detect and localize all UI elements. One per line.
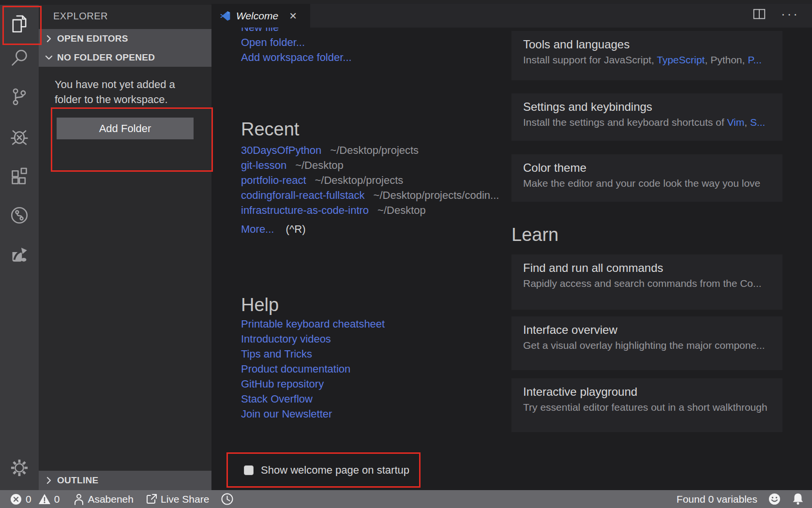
- help-link-newsletter[interactable]: Join our Newsletter: [241, 408, 332, 420]
- recent-item: codingforall-react-fullstack~/Desktop/pr…: [241, 188, 499, 203]
- more-actions-icon[interactable]: ···: [781, 9, 799, 19]
- open-folder-link[interactable]: Open folder...: [241, 36, 305, 48]
- activity-bar: [0, 5, 39, 490]
- chevron-right-icon: [44, 476, 54, 485]
- source-control-icon[interactable]: [9, 87, 30, 107]
- tab-bar-top-strip: [211, 0, 812, 4]
- add-workspace-folder-link[interactable]: Add workspace folder...: [241, 51, 352, 63]
- split-editor-icon[interactable]: [752, 7, 767, 21]
- section-no-folder-opened[interactable]: NO FOLDER OPENED: [39, 48, 211, 67]
- error-count: 0: [26, 493, 31, 505]
- extensions-icon[interactable]: [9, 166, 30, 187]
- tab-bar: Welcome ✕ ···: [211, 0, 812, 28]
- php-link[interactable]: P...: [748, 54, 762, 65]
- section-label: OUTLINE: [57, 475, 99, 486]
- share-arrow-icon[interactable]: [9, 244, 30, 264]
- search-icon[interactable]: [9, 48, 30, 68]
- start-links: New file Open folder... Add workspace fo…: [241, 28, 352, 65]
- tab-title: Welcome: [236, 10, 278, 22]
- status-bar-left: 0 0 Asabeneh Live Share: [10, 493, 245, 506]
- card-find-run-commands[interactable]: Find and run all commands Rapidly access…: [511, 254, 782, 310]
- problems-status[interactable]: 0 0: [10, 493, 60, 506]
- card-settings-and-keybindings[interactable]: Settings and keybindings Install the set…: [511, 93, 782, 141]
- card-title: Tools and languages: [523, 37, 771, 52]
- section-label: OPEN EDITORS: [57, 33, 128, 44]
- account-status[interactable]: Asabeneh: [73, 493, 134, 506]
- recent-link[interactable]: 30DaysOfPython: [241, 144, 321, 156]
- recent-link[interactable]: infrastructure-as-code-intro: [241, 204, 369, 216]
- help-link-tips[interactable]: Tips and Tricks: [241, 348, 312, 360]
- card-description: Get a visual overlay highlighting the ma…: [523, 338, 771, 353]
- recent-link[interactable]: git-lesson: [241, 159, 286, 171]
- explorer-sidebar: EXPLORER OPEN EDITORS NO FOLDER OPENED Y…: [39, 5, 211, 490]
- vscode-window: EXPLORER OPEN EDITORS NO FOLDER OPENED Y…: [0, 0, 812, 508]
- section-label: NO FOLDER OPENED: [57, 52, 155, 63]
- live-share-icon[interactable]: [9, 205, 30, 225]
- help-links: Printable keyboard cheatsheet Introducto…: [241, 316, 385, 421]
- recent-item: infrastructure-as-code-intro~/Desktop: [241, 203, 499, 218]
- status-bar-right: Found 0 variables: [666, 493, 804, 506]
- card-interface-overview[interactable]: Interface overview Get a visual overlay …: [511, 316, 782, 370]
- settings-gear-icon[interactable]: [9, 458, 30, 478]
- recent-item: git-lesson~/Desktop: [241, 158, 499, 173]
- debug-icon[interactable]: [9, 127, 30, 147]
- chevron-down-icon: [44, 53, 54, 62]
- warning-count: 0: [54, 493, 60, 505]
- card-title: Interface overview: [523, 323, 771, 337]
- live-share-export-icon: [145, 493, 158, 506]
- help-link-github[interactable]: GitHub repository: [241, 378, 324, 390]
- recent-heading: Recent: [241, 119, 299, 140]
- card-title: Find and run all commands: [523, 261, 771, 275]
- card-description: Try essential editor features out in a s…: [523, 400, 771, 415]
- live-share-label: Live Share: [161, 493, 209, 505]
- account-name: Asabeneh: [88, 493, 134, 505]
- editor-group: Welcome ✕ ··· New file Open folder... Ad…: [211, 0, 812, 490]
- bell-icon: [792, 493, 804, 506]
- vim-link[interactable]: Vim: [727, 117, 744, 128]
- card-color-theme[interactable]: Color theme Make the editor and your cod…: [511, 154, 782, 202]
- recent-item: 30DaysOfPython~/Desktop/projects: [241, 143, 499, 158]
- live-share-status[interactable]: Live Share: [145, 493, 209, 506]
- recent-more-row: More... (^R): [241, 222, 305, 237]
- notifications-status[interactable]: [792, 493, 804, 506]
- card-interactive-playground[interactable]: Interactive playground Try essential edi…: [511, 378, 782, 432]
- card-description: Install the settings and keyboard shortc…: [523, 115, 771, 130]
- vscode-logo-icon: [219, 10, 232, 22]
- startup-checkbox-label: Show welcome page on startup: [261, 464, 409, 477]
- recent-path: ~/Desktop/projects: [330, 144, 419, 156]
- recent-path: ~/Desktop/projects/codin...: [374, 189, 499, 201]
- show-welcome-checkbox[interactable]: [244, 465, 254, 475]
- add-folder-button[interactable]: Add Folder: [57, 118, 194, 139]
- new-file-link[interactable]: New file: [241, 28, 279, 33]
- recent-path: ~/Desktop: [377, 204, 426, 216]
- sublime-link[interactable]: S...: [750, 117, 766, 128]
- section-outline[interactable]: OUTLINE: [39, 471, 211, 490]
- typescript-link[interactable]: TypeScript: [657, 54, 705, 65]
- feedback-status[interactable]: [768, 493, 781, 506]
- help-link-stackoverflow[interactable]: Stack Overflow: [241, 393, 313, 405]
- more-link[interactable]: More...: [241, 223, 274, 235]
- recent-item: portfolio-react~/Desktop/projects: [241, 173, 499, 188]
- card-title: Color theme: [523, 161, 771, 175]
- help-link-cheatsheet[interactable]: Printable keyboard cheatsheet: [241, 318, 385, 330]
- card-description: Rapidly access and search commands from …: [523, 276, 771, 291]
- tab-close-icon[interactable]: ✕: [289, 10, 297, 22]
- help-link-videos[interactable]: Introductory videos: [241, 333, 331, 345]
- clock-status[interactable]: [221, 493, 234, 506]
- card-description: Make the editor and your code look the w…: [523, 176, 771, 191]
- explorer-icon[interactable]: [9, 14, 30, 34]
- empty-workspace-message: You have not yet added a folder to the w…: [55, 77, 175, 107]
- found-variables-status[interactable]: Found 0 variables: [677, 493, 757, 505]
- warning-icon: [38, 493, 51, 506]
- error-icon: [10, 493, 22, 506]
- help-link-docs[interactable]: Product documentation: [241, 363, 350, 375]
- recent-link[interactable]: portfolio-react: [241, 174, 306, 186]
- card-title: Interactive playground: [523, 385, 771, 399]
- welcome-page: New file Open folder... Add workspace fo…: [211, 28, 812, 490]
- card-description: Install support for JavaScript, TypeScri…: [523, 53, 771, 67]
- card-tools-and-languages[interactable]: Tools and languages Install support for …: [511, 31, 782, 80]
- recent-link[interactable]: codingforall-react-fullstack: [241, 189, 365, 201]
- section-open-editors[interactable]: OPEN EDITORS: [39, 29, 211, 48]
- card-title: Settings and keybindings: [523, 100, 771, 114]
- tab-welcome[interactable]: Welcome ✕: [211, 4, 310, 28]
